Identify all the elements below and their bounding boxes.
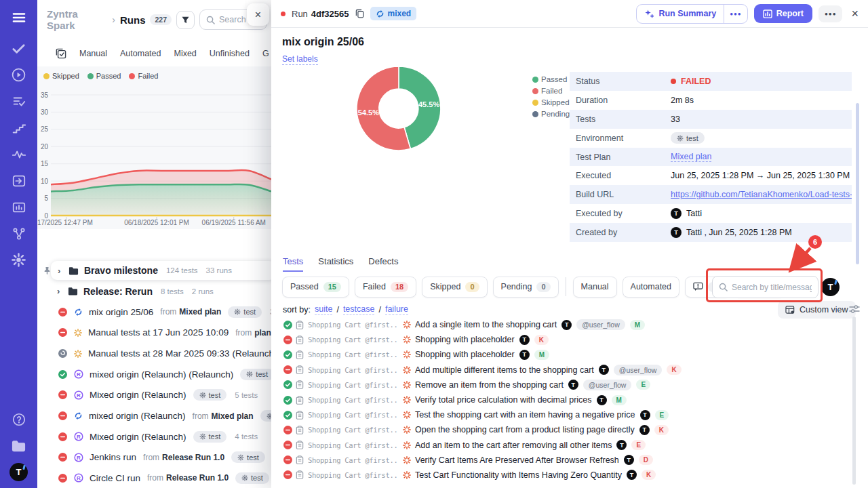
- projects-icon[interactable]: [0, 432, 37, 459]
- sort-option-suite[interactable]: suite: [315, 304, 332, 315]
- avatar: T: [599, 365, 609, 375]
- tab-automated[interactable]: Automated: [120, 49, 161, 58]
- environment-badge: test: [260, 410, 271, 422]
- relaunch-icon: R: [74, 473, 83, 483]
- run-row[interactable]: RMixed origin (Relaunch)test4 tests: [37, 426, 271, 447]
- test-row[interactable]: Shopping Cart @first...Verify total pric…: [271, 392, 860, 407]
- run-row[interactable]: RCircle CI runfromRelease Run 1.0test13 …: [37, 468, 271, 488]
- svg-text:06/18/2025 12:01 PM: 06/18/2025 12:01 PM: [124, 219, 189, 226]
- filter-button[interactable]: [176, 11, 195, 29]
- run-row[interactable]: RJenkins runfromRelease Run 1.0test13 te…: [37, 447, 271, 468]
- help-icon[interactable]: [0, 406, 37, 432]
- sort-option-failure[interactable]: failure: [385, 304, 408, 315]
- passed-status-icon: [58, 370, 67, 379]
- steps-icon[interactable]: [0, 115, 37, 141]
- sort-option-testcase[interactable]: testcase: [343, 304, 375, 315]
- detail-value: FAILED: [671, 77, 711, 86]
- report-button[interactable]: Report: [754, 4, 812, 23]
- run-row[interactable]: mixed origin (Relaunch)fromMixed plantes…: [37, 406, 271, 426]
- test-row[interactable]: Shopping Cart @first...Remove an item fr…: [271, 378, 860, 392]
- tab-statistics[interactable]: Statistics: [318, 256, 353, 272]
- test-row[interactable]: Shopping Cart @first...Test the shopping…: [271, 407, 860, 422]
- chip-skipped[interactable]: Skipped0: [422, 277, 487, 298]
- runs-icon[interactable]: [0, 62, 37, 88]
- run-summary-more-button[interactable]: ●●●: [724, 5, 747, 23]
- drawer-close-button[interactable]: ×: [851, 7, 859, 21]
- chip-automated[interactable]: Automated: [623, 277, 679, 298]
- run-row[interactable]: Rmixed origin (Relaunch) (Relaunch)test: [37, 364, 271, 384]
- tab-defects[interactable]: Defects: [368, 256, 398, 272]
- detail-row-build-url: Build URLhttps://github.com/TetianaKhome…: [570, 185, 852, 204]
- tests-icon[interactable]: [0, 35, 37, 62]
- run-type-badge[interactable]: mixed: [370, 7, 417, 20]
- chip-passed[interactable]: Passed15: [282, 277, 349, 298]
- set-labels-link[interactable]: Set labels: [282, 54, 318, 65]
- tab-g[interactable]: G: [262, 49, 269, 58]
- import-icon[interactable]: [0, 167, 37, 194]
- branches-icon[interactable]: [0, 220, 37, 247]
- settings-icon[interactable]: [0, 247, 37, 273]
- legend-dot: [87, 73, 94, 79]
- tab-unfinished[interactable]: Unfinished: [210, 49, 250, 58]
- sidebar-bottom-icons: [0, 406, 37, 459]
- test-row[interactable]: Shopping Cart @first...Shopping with pla…: [271, 347, 860, 362]
- breadcrumb-app[interactable]: Zyntra Spark: [47, 8, 107, 31]
- chip-failed[interactable]: Failed18: [355, 277, 416, 298]
- tests-search-input[interactable]: [732, 283, 812, 292]
- trend-chart-legend: SkippedPassedFailed: [43, 72, 158, 80]
- test-suite: Shopping Cart @first...: [308, 396, 397, 404]
- pulse-icon[interactable]: [0, 141, 37, 167]
- copy-icon[interactable]: [355, 9, 364, 18]
- test-row[interactable]: Shopping Cart @first...Add a single item…: [271, 317, 860, 332]
- detail-row-duration: Duration2m 8s: [570, 91, 852, 110]
- chevron-right-icon[interactable]: ›: [58, 266, 68, 276]
- folder-row[interactable]: ›Release: Rerun8 tests2 runs: [37, 281, 271, 302]
- run-detail-drawer: Run 4df32565 mixed Run Summary ●●● Repor…: [271, 0, 868, 488]
- select-runs-icon[interactable]: [56, 48, 66, 59]
- test-plan-link[interactable]: Mixed plan: [671, 152, 711, 162]
- test-title: Open the shopping cart from a product li…: [415, 425, 635, 434]
- run-name: Manual tests at 28 Mar 2025 09:33 (Relau…: [88, 348, 271, 359]
- annotation-step-badge: 6: [808, 235, 822, 249]
- analytics-icon[interactable]: [0, 194, 37, 220]
- details-scrollbar[interactable]: [856, 103, 859, 264]
- chip-manual[interactable]: Manual: [573, 277, 617, 298]
- build-url-link[interactable]: https://github.com/TetianaKhomenko/Load-…: [671, 190, 852, 199]
- test-suite: Shopping Cart @first...: [308, 321, 397, 329]
- user-avatar[interactable]: T: [9, 463, 28, 481]
- test-row[interactable]: Shopping Cart @first...Shopping with pla…: [271, 332, 860, 347]
- test-row[interactable]: Shopping Cart @first...Add an item to th…: [271, 438, 860, 453]
- test-tag: @user_flow: [576, 319, 625, 330]
- tab-mixed[interactable]: Mixed: [174, 49, 196, 58]
- test-row[interactable]: Shopping Cart @first...Add multiple diff…: [271, 363, 860, 378]
- run-row[interactable]: Manual tests at 28 Mar 2025 09:33 (Relau…: [37, 344, 271, 364]
- run-row[interactable]: Manual tests at 17 Jun 2025 10:09frompla…: [37, 323, 271, 343]
- spark-icon: [403, 396, 411, 404]
- owner-badge: E: [655, 410, 669, 420]
- environment-badge: test: [235, 472, 269, 484]
- detail-label: Test Plan: [576, 152, 671, 162]
- test-row[interactable]: Shopping Cart @first...Test Cart Functio…: [271, 468, 860, 483]
- test-row[interactable]: Shopping Cart @first...Verify Cart Items…: [271, 453, 860, 468]
- chip-pending[interactable]: Pending0: [493, 277, 559, 298]
- test-row[interactable]: Shopping Cart @first...Open the shopping…: [271, 422, 860, 437]
- run-summary-button[interactable]: Run Summary: [637, 5, 724, 23]
- test-suite: Shopping Cart @first...: [308, 381, 397, 389]
- tab-tests[interactable]: Tests: [283, 256, 303, 272]
- folder-row[interactable]: ›Bravo milestone124 tests33 runs: [37, 260, 271, 281]
- scrollbar[interactable]: [852, 317, 856, 485]
- assignee-avatar[interactable]: T: [821, 278, 840, 296]
- run-row[interactable]: RMixed origin (Relaunch)test5 tests: [37, 385, 271, 405]
- tab-manual[interactable]: Manual: [79, 49, 107, 58]
- menu-icon[interactable]: [0, 0, 37, 35]
- folder-meta: 124 tests: [166, 266, 198, 274]
- plan-name: Release Run 1.0: [162, 453, 224, 462]
- pinned-folder-card[interactable]: ›Bravo milestone124 tests33 runs: [51, 261, 271, 280]
- more-options-button[interactable]: ●●●: [818, 5, 843, 22]
- chevron-right-icon[interactable]: ›: [57, 286, 68, 296]
- view-settings-icon[interactable]: [849, 304, 860, 314]
- panel-close-button[interactable]: ×: [247, 3, 269, 26]
- custom-view-button[interactable]: Custom view: [778, 301, 856, 319]
- run-row[interactable]: mix origin 25/06fromMixed plantest33 tes…: [37, 302, 271, 322]
- plans-icon[interactable]: [0, 88, 37, 115]
